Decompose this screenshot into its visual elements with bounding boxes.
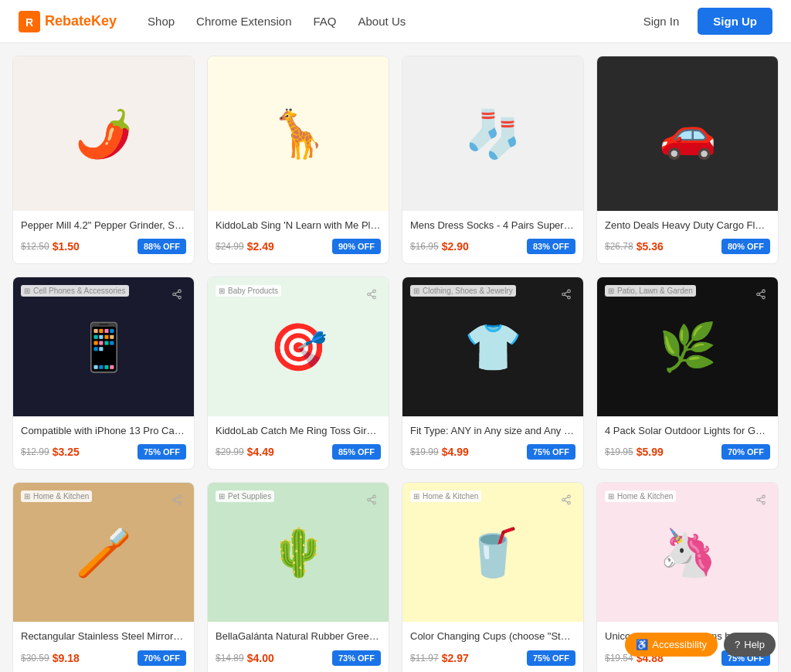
- category-icon: ⊞: [608, 287, 614, 295]
- svg-line-10: [370, 295, 373, 297]
- svg-line-20: [759, 295, 762, 297]
- svg-line-30: [370, 501, 373, 502]
- card-category: ⊞ Cell Phones & Accessories: [21, 285, 129, 297]
- price-original: $19.95: [605, 446, 633, 457]
- svg-point-18: [757, 293, 760, 296]
- svg-point-8: [368, 293, 371, 296]
- price-original: $19.99: [410, 446, 439, 457]
- product-card[interactable]: ⊞ Baby Products 🎯 KiddoLab Catch Me Ring…: [207, 277, 389, 470]
- product-title: Zento Deals Heavy Duty Cargo Floor Mat .…: [605, 219, 770, 232]
- category-label: Pet Supplies: [228, 492, 271, 501]
- product-emoji: 🌶️: [13, 56, 194, 211]
- price-row: $24.99 $2.49 90% OFF: [216, 239, 381, 254]
- product-title: 4 Pack Solar Outdoor Lights for Garden, …: [605, 424, 770, 438]
- product-emoji: 🦒: [208, 56, 389, 211]
- product-card[interactable]: ⊞ Pet Supplies 🌵 BellaGalánta Natural Ru…: [207, 482, 389, 672]
- accessibility-label: Accessibility: [652, 639, 707, 650]
- svg-line-31: [370, 497, 373, 499]
- product-card[interactable]: ⊞ Clothing, Shoes & Jewelry 👕 Fit Type: …: [402, 277, 584, 470]
- share-button[interactable]: [362, 285, 381, 304]
- svg-line-11: [370, 292, 373, 294]
- card-category: ⊞ Clothing, Shoes & Jewelry: [410, 285, 516, 297]
- svg-line-25: [175, 501, 178, 502]
- svg-line-21: [759, 292, 762, 294]
- product-card[interactable]: ⊞ Cell Phones & Accessories 📱 Compatible…: [12, 277, 195, 470]
- bottom-helpers: ♿ Accessibility ? Help: [625, 633, 776, 657]
- product-emoji: 🌵: [208, 483, 389, 622]
- price-row: $11.97 $2.97 75% OFF: [410, 650, 575, 666]
- share-button[interactable]: [557, 285, 575, 304]
- product-emoji: 🌿: [597, 277, 778, 416]
- category-label: Home & Kitchen: [617, 492, 673, 501]
- nav-shop[interactable]: Shop: [148, 15, 175, 28]
- svg-line-26: [175, 497, 178, 499]
- price-row: $30.59 $9.18 70% OFF: [21, 650, 186, 666]
- price-original: $16.95: [410, 241, 439, 252]
- card-body: Color Changing Cups (choose "Statemen...…: [402, 622, 583, 672]
- discount-badge: 80% OFF: [721, 239, 770, 254]
- share-button[interactable]: [168, 490, 186, 509]
- price-original: $12.50: [21, 241, 49, 252]
- price-group: $12.99 $3.25: [21, 446, 80, 458]
- svg-point-34: [568, 502, 571, 505]
- price-group: $19.99 $4.99: [410, 446, 469, 458]
- svg-point-13: [562, 293, 565, 296]
- product-image: 🌶️: [13, 56, 194, 211]
- logo-text: RebateKey: [45, 13, 117, 29]
- signup-button[interactable]: Sign Up: [698, 8, 772, 35]
- product-card[interactable]: 🧦 Mens Dress Socks - 4 Pairs Super Soft …: [402, 56, 584, 264]
- product-emoji: 📱: [13, 277, 194, 416]
- card-category: ⊞ Home & Kitchen: [605, 490, 676, 502]
- price-original: $12.99: [21, 446, 49, 457]
- svg-text:R: R: [25, 16, 33, 29]
- nav-about-us[interactable]: About Us: [358, 15, 406, 28]
- card-body: BellaGalánta Natural Rubber Green Cactu.…: [208, 622, 389, 672]
- discount-badge: 75% OFF: [527, 444, 575, 460]
- accessibility-button[interactable]: ♿ Accessibility: [625, 633, 718, 657]
- price-group: $24.99 $2.49: [216, 240, 274, 253]
- product-card[interactable]: 🌶️ Pepper Mill 4.2" Pepper Grinder, Spic…: [12, 56, 195, 264]
- svg-point-2: [178, 290, 182, 293]
- svg-line-36: [565, 497, 568, 499]
- signin-button[interactable]: Sign In: [633, 8, 691, 34]
- product-card[interactable]: 🦒 KiddoLab Sing 'N Learn with Me Plush G…: [207, 56, 389, 264]
- help-button[interactable]: ? Help: [724, 633, 776, 657]
- logo-icon: R: [19, 11, 40, 32]
- logo[interactable]: R RebateKey: [19, 11, 117, 32]
- discount-badge: 70% OFF: [137, 650, 186, 666]
- product-image: 🦄: [597, 483, 778, 622]
- product-title: Compatible with iPhone 13 Pro Case Wall.…: [21, 424, 186, 438]
- svg-point-38: [757, 499, 760, 502]
- price-discounted: $1.50: [53, 240, 80, 253]
- nav-chrome-extension[interactable]: Chrome Extension: [196, 15, 291, 28]
- card-body: Fit Type: ANY in Any size and Any Color …: [402, 416, 583, 469]
- price-discounted: $5.36: [637, 240, 664, 253]
- product-image: 🥤: [402, 483, 583, 622]
- product-card[interactable]: ⊞ Home & Kitchen 🥤 Color Changing Cups (…: [402, 482, 584, 672]
- share-button[interactable]: [752, 490, 770, 509]
- card-body: Mens Dress Socks - 4 Pairs Super Soft C.…: [402, 211, 583, 263]
- nav-faq[interactable]: FAQ: [314, 15, 337, 28]
- share-button[interactable]: [168, 285, 186, 304]
- price-row: $19.99 $4.99 75% OFF: [410, 444, 575, 460]
- svg-point-17: [762, 290, 766, 293]
- price-group: $16.95 $2.90: [410, 240, 469, 253]
- product-card[interactable]: 🚗 Zento Deals Heavy Duty Cargo Floor Mat…: [596, 56, 779, 264]
- product-card[interactable]: ⊞ Patio, Lawn & Garden 🌿 4 Pack Solar Ou…: [596, 277, 779, 470]
- share-button[interactable]: [557, 490, 575, 509]
- share-button[interactable]: [362, 490, 381, 509]
- price-group: $14.89 $4.00: [216, 652, 274, 664]
- category-label: Cell Phones & Accessories: [33, 287, 126, 295]
- svg-line-6: [175, 292, 178, 294]
- auth-buttons: Sign In Sign Up: [633, 8, 772, 35]
- svg-point-28: [368, 499, 371, 502]
- share-button[interactable]: [752, 285, 770, 304]
- price-row: $26.78 $5.36 80% OFF: [605, 239, 770, 254]
- product-card[interactable]: ⊞ Home & Kitchen 🪥 Rectangular Stainless…: [12, 482, 195, 672]
- price-discounted: $2.49: [247, 240, 274, 253]
- svg-point-19: [762, 297, 766, 300]
- price-group: $19.95 $5.99: [605, 446, 664, 458]
- discount-badge: 75% OFF: [527, 650, 575, 666]
- help-icon: ?: [735, 639, 740, 650]
- svg-line-35: [565, 501, 568, 502]
